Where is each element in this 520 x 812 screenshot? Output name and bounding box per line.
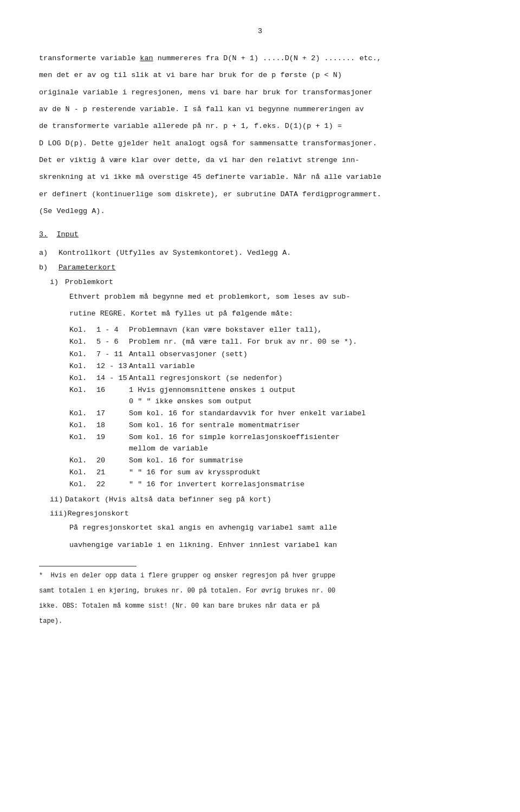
kol-row-6: Kol. 16 1 Hvis gjennomsnittene ønskes i … — [69, 385, 481, 407]
footnote-line-4: tape). — [39, 616, 481, 626]
problemkort-p1: Ethvert problem må begynne med et proble… — [69, 291, 481, 302]
list-item-b: b) Parameterkort — [39, 262, 481, 273]
sub-content-iii: Regresjonskort — [67, 508, 481, 519]
footnote-line-2: samt totalen i en kjøring, brukes nr. 00… — [39, 586, 481, 596]
kol-row-10: Kol. 20 Som kol. 16 for summatrise — [69, 455, 481, 466]
kol-row-2: Kol. 5 - 6 Problem nr. (må være tall. Fo… — [69, 337, 481, 347]
paragraph-5: de transformerte variable allerede på nr… — [39, 120, 481, 132]
page-number: 3 — [39, 26, 481, 37]
list-content-a: Kontrollkort (Utfylles av Systemkontoret… — [58, 247, 481, 259]
kol-row-3: Kol. 7 - 11 Antall observasjoner (sett) — [69, 349, 481, 360]
sub-label-ii: ii) — [50, 494, 65, 505]
kol-row-7: Kol. 17 Som kol. 16 for standardavvik fo… — [69, 408, 481, 419]
sub-content-ii: Datakort (Hvis altså data befinner seg p… — [65, 494, 481, 505]
problemkort-desc: Ethvert problem må begynne med et proble… — [39, 291, 481, 320]
paragraph-9: er definert (kontinuerlige som diskrete)… — [39, 189, 481, 200]
document-page: 3 transformerte variable kan nummereres … — [0, 0, 520, 812]
list-item-a: a) Kontrollkort (Utfylles av Systemkonto… — [39, 247, 481, 259]
regresjonskort-p1: På regresjonskortet skal angis en avheng… — [69, 522, 481, 533]
paragraph-1: transformerte variable kan nummereres fr… — [39, 53, 481, 64]
sub-item-iii: iii) Regresjonskort — [39, 508, 481, 519]
list-label-b: b) — [39, 262, 58, 273]
footnote-line-1: * Hvis en deler opp data i flere grupper… — [39, 571, 481, 581]
footnote: * Hvis en deler opp data i flere grupper… — [39, 571, 481, 626]
list-content-b: Parameterkort — [58, 262, 481, 273]
sub-item-ii: ii) Datakort (Hvis altså data befinner s… — [39, 494, 481, 505]
kol-row-11: Kol. 21 " " 16 for sum av kryssprodukt — [69, 467, 481, 478]
problemkort-p2: rutine REGRE. Kortet må fylles ut på føl… — [69, 308, 481, 319]
kol-row-12: Kol. 22 " " 16 for invertert korrelasjon… — [69, 479, 481, 490]
sub-content-i: Problemkort — [65, 276, 481, 288]
kol-row-9: Kol. 19 Som kol. 16 for simple korrelasj… — [69, 432, 481, 454]
regresjonskort-p2: uavhengige variable i en likning. Enhver… — [69, 539, 481, 551]
paragraph-7: Det er viktig å være klar over dette, da… — [39, 154, 481, 166]
kol-row-4: Kol. 12 - 13 Antall variable — [69, 361, 481, 372]
paragraph-6: D LOG D(p). Dette gjelder helt analogt o… — [39, 138, 481, 149]
regresjonskort-desc: På regresjonskortet skal angis en avheng… — [39, 522, 481, 551]
paragraph-3: originale variable i regresjonen, mens v… — [39, 87, 481, 98]
list-label-a: a) — [39, 247, 58, 259]
sub-label-iii: iii) — [50, 508, 67, 519]
paragraph-10: (Se Vedlegg A). — [39, 205, 481, 217]
kol-row-1: Kol. 1 - 4 Problemnavn (kan være bokstav… — [69, 325, 481, 336]
sub-item-i: i) Problemkort — [39, 276, 481, 288]
main-content: transformerte variable kan nummereres fr… — [39, 53, 481, 551]
footnote-divider — [39, 566, 136, 566]
sub-label-i: i) — [50, 276, 65, 288]
kol-row-8: Kol. 18 Som kol. 16 for sentrale momentm… — [69, 420, 481, 431]
paragraph-2: men det er av og til slik at vi bare har… — [39, 69, 481, 81]
kol-table: Kol. 1 - 4 Problemnavn (kan være bokstav… — [39, 325, 481, 491]
paragraph-4: av de N - p resterende variable. I så fa… — [39, 104, 481, 115]
footnote-line-3: ikke. OBS: Totalen må komme sist! (Nr. 0… — [39, 601, 481, 611]
kol-row-5: Kol. 14 - 15 Antall regresjonskort (se n… — [69, 373, 481, 384]
section-3-header: 3. Input — [39, 229, 481, 240]
paragraph-8: skrenkning at vi ikke må overstige 45 de… — [39, 171, 481, 183]
